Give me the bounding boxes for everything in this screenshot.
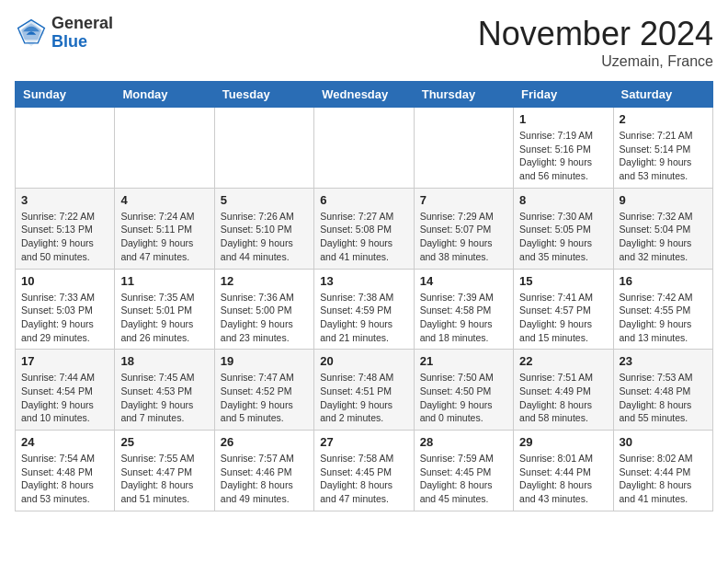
calendar-week-row: 1Sunrise: 7:19 AM Sunset: 5:16 PM Daylig… bbox=[16, 108, 713, 189]
month-year-title: November 2024 bbox=[478, 15, 713, 53]
calendar-day-cell bbox=[16, 108, 115, 189]
day-number: 26 bbox=[221, 435, 308, 449]
weekday-header: Sunday bbox=[16, 82, 115, 108]
day-info: Sunrise: 7:35 AM Sunset: 5:01 PM Dayligh… bbox=[120, 291, 208, 345]
calendar-day-cell: 22Sunrise: 7:51 AM Sunset: 4:49 PM Dayli… bbox=[514, 350, 613, 431]
day-info: Sunrise: 7:45 AM Sunset: 4:53 PM Dayligh… bbox=[120, 371, 208, 425]
day-info: Sunrise: 7:19 AM Sunset: 5:16 PM Dayligh… bbox=[519, 129, 607, 183]
calendar-day-cell: 6Sunrise: 7:27 AM Sunset: 5:08 PM Daylig… bbox=[314, 188, 414, 269]
day-info: Sunrise: 7:38 AM Sunset: 4:59 PM Dayligh… bbox=[320, 291, 407, 345]
day-number: 28 bbox=[420, 435, 507, 449]
calendar-day-cell: 30Sunrise: 8:02 AM Sunset: 4:44 PM Dayli… bbox=[613, 431, 712, 511]
day-number: 6 bbox=[320, 193, 407, 207]
day-number: 13 bbox=[320, 274, 407, 288]
calendar-day-cell: 13Sunrise: 7:38 AM Sunset: 4:59 PM Dayli… bbox=[314, 269, 414, 350]
day-number: 25 bbox=[120, 435, 208, 449]
day-info: Sunrise: 7:24 AM Sunset: 5:11 PM Dayligh… bbox=[120, 210, 208, 264]
calendar-table: SundayMondayTuesdayWednesdayThursdayFrid… bbox=[15, 81, 713, 511]
calendar-day-cell bbox=[115, 108, 214, 189]
day-info: Sunrise: 7:27 AM Sunset: 5:08 PM Dayligh… bbox=[320, 210, 407, 264]
day-info: Sunrise: 7:47 AM Sunset: 4:52 PM Dayligh… bbox=[221, 371, 308, 425]
day-number: 2 bbox=[620, 112, 707, 126]
weekday-header: Friday bbox=[514, 82, 613, 108]
day-number: 5 bbox=[221, 193, 308, 207]
day-info: Sunrise: 7:29 AM Sunset: 5:07 PM Dayligh… bbox=[420, 210, 507, 264]
calendar-day-cell: 7Sunrise: 7:29 AM Sunset: 5:07 PM Daylig… bbox=[414, 188, 513, 269]
day-number: 16 bbox=[620, 274, 707, 288]
day-info: Sunrise: 7:48 AM Sunset: 4:51 PM Dayligh… bbox=[320, 371, 407, 425]
calendar-day-cell: 12Sunrise: 7:36 AM Sunset: 5:00 PM Dayli… bbox=[214, 269, 313, 350]
weekday-header: Saturday bbox=[613, 82, 712, 108]
day-info: Sunrise: 7:36 AM Sunset: 5:00 PM Dayligh… bbox=[221, 291, 308, 345]
day-number: 19 bbox=[221, 354, 308, 368]
calendar-day-cell: 25Sunrise: 7:55 AM Sunset: 4:47 PM Dayli… bbox=[115, 431, 214, 511]
weekday-header-row: SundayMondayTuesdayWednesdayThursdayFrid… bbox=[16, 82, 713, 108]
day-info: Sunrise: 8:01 AM Sunset: 4:44 PM Dayligh… bbox=[519, 452, 607, 506]
logo: General Blue bbox=[15, 15, 113, 52]
day-number: 4 bbox=[120, 193, 208, 207]
day-number: 12 bbox=[221, 274, 308, 288]
day-info: Sunrise: 7:32 AM Sunset: 5:04 PM Dayligh… bbox=[620, 210, 707, 264]
page-header: General Blue November 2024 Uzemain, Fran… bbox=[15, 15, 713, 70]
day-info: Sunrise: 7:44 AM Sunset: 4:54 PM Dayligh… bbox=[21, 371, 108, 425]
day-number: 10 bbox=[21, 274, 108, 288]
calendar-day-cell: 11Sunrise: 7:35 AM Sunset: 5:01 PM Dayli… bbox=[115, 269, 214, 350]
day-info: Sunrise: 7:26 AM Sunset: 5:10 PM Dayligh… bbox=[221, 210, 308, 264]
day-number: 9 bbox=[620, 193, 707, 207]
calendar-day-cell bbox=[414, 108, 513, 189]
day-number: 14 bbox=[420, 274, 507, 288]
day-info: Sunrise: 7:39 AM Sunset: 4:58 PM Dayligh… bbox=[420, 291, 507, 345]
day-info: Sunrise: 7:30 AM Sunset: 5:05 PM Dayligh… bbox=[519, 210, 607, 264]
calendar-day-cell: 8Sunrise: 7:30 AM Sunset: 5:05 PM Daylig… bbox=[514, 188, 613, 269]
day-info: Sunrise: 7:51 AM Sunset: 4:49 PM Dayligh… bbox=[519, 371, 607, 425]
day-number: 24 bbox=[21, 435, 108, 449]
day-number: 22 bbox=[519, 354, 607, 368]
calendar-day-cell: 14Sunrise: 7:39 AM Sunset: 4:58 PM Dayli… bbox=[414, 269, 513, 350]
day-number: 30 bbox=[620, 435, 707, 449]
calendar-day-cell: 16Sunrise: 7:42 AM Sunset: 4:55 PM Dayli… bbox=[613, 269, 712, 350]
title-area: November 2024 Uzemain, France bbox=[478, 15, 713, 70]
calendar-week-row: 10Sunrise: 7:33 AM Sunset: 5:03 PM Dayli… bbox=[16, 269, 713, 350]
day-number: 20 bbox=[320, 354, 407, 368]
calendar-day-cell: 2Sunrise: 7:21 AM Sunset: 5:14 PM Daylig… bbox=[613, 108, 712, 189]
logo-icon bbox=[15, 17, 48, 50]
calendar-day-cell: 19Sunrise: 7:47 AM Sunset: 4:52 PM Dayli… bbox=[214, 350, 313, 431]
day-number: 27 bbox=[320, 435, 407, 449]
weekday-header: Monday bbox=[115, 82, 214, 108]
weekday-header: Tuesday bbox=[214, 82, 313, 108]
calendar-day-cell: 15Sunrise: 7:41 AM Sunset: 4:57 PM Dayli… bbox=[514, 269, 613, 350]
calendar-day-cell: 10Sunrise: 7:33 AM Sunset: 5:03 PM Dayli… bbox=[16, 269, 115, 350]
day-info: Sunrise: 7:33 AM Sunset: 5:03 PM Dayligh… bbox=[21, 291, 108, 345]
day-number: 29 bbox=[519, 435, 607, 449]
calendar-week-row: 17Sunrise: 7:44 AM Sunset: 4:54 PM Dayli… bbox=[16, 350, 713, 431]
calendar-week-row: 3Sunrise: 7:22 AM Sunset: 5:13 PM Daylig… bbox=[16, 188, 713, 269]
calendar-day-cell: 26Sunrise: 7:57 AM Sunset: 4:46 PM Dayli… bbox=[214, 431, 313, 511]
day-info: Sunrise: 7:22 AM Sunset: 5:13 PM Dayligh… bbox=[21, 210, 108, 264]
day-number: 3 bbox=[21, 193, 108, 207]
day-number: 15 bbox=[519, 274, 607, 288]
day-number: 18 bbox=[120, 354, 208, 368]
calendar-day-cell bbox=[314, 108, 414, 189]
day-info: Sunrise: 7:50 AM Sunset: 4:50 PM Dayligh… bbox=[420, 371, 507, 425]
day-info: Sunrise: 7:54 AM Sunset: 4:48 PM Dayligh… bbox=[21, 452, 108, 506]
calendar-day-cell: 23Sunrise: 7:53 AM Sunset: 4:48 PM Dayli… bbox=[613, 350, 712, 431]
calendar-week-row: 24Sunrise: 7:54 AM Sunset: 4:48 PM Dayli… bbox=[16, 431, 713, 511]
day-info: Sunrise: 7:59 AM Sunset: 4:45 PM Dayligh… bbox=[420, 452, 507, 506]
day-number: 7 bbox=[420, 193, 507, 207]
weekday-header: Wednesday bbox=[314, 82, 414, 108]
calendar-day-cell: 24Sunrise: 7:54 AM Sunset: 4:48 PM Dayli… bbox=[16, 431, 115, 511]
location-subtitle: Uzemain, France bbox=[478, 53, 713, 70]
calendar-day-cell: 21Sunrise: 7:50 AM Sunset: 4:50 PM Dayli… bbox=[414, 350, 513, 431]
day-number: 17 bbox=[21, 354, 108, 368]
day-info: Sunrise: 7:58 AM Sunset: 4:45 PM Dayligh… bbox=[320, 452, 407, 506]
calendar-day-cell: 29Sunrise: 8:01 AM Sunset: 4:44 PM Dayli… bbox=[514, 431, 613, 511]
day-number: 23 bbox=[620, 354, 707, 368]
calendar-day-cell: 17Sunrise: 7:44 AM Sunset: 4:54 PM Dayli… bbox=[16, 350, 115, 431]
calendar-day-cell: 28Sunrise: 7:59 AM Sunset: 4:45 PM Dayli… bbox=[414, 431, 513, 511]
calendar-day-cell: 20Sunrise: 7:48 AM Sunset: 4:51 PM Dayli… bbox=[314, 350, 414, 431]
day-number: 21 bbox=[420, 354, 507, 368]
calendar-day-cell: 4Sunrise: 7:24 AM Sunset: 5:11 PM Daylig… bbox=[115, 188, 214, 269]
day-info: Sunrise: 7:53 AM Sunset: 4:48 PM Dayligh… bbox=[620, 371, 707, 425]
logo-text: General Blue bbox=[51, 15, 113, 52]
calendar-day-cell: 18Sunrise: 7:45 AM Sunset: 4:53 PM Dayli… bbox=[115, 350, 214, 431]
